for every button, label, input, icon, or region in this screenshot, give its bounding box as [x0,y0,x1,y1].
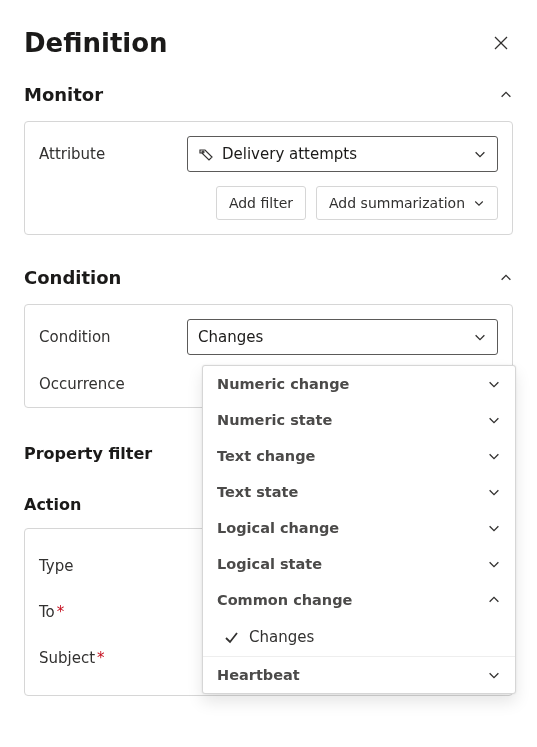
required-asterisk: * [57,603,65,621]
add-filter-button[interactable]: Add filter [216,186,306,220]
dropdown-group[interactable]: Common change [203,582,515,618]
chevron-down-icon [487,485,501,499]
chevron-down-icon [473,147,487,161]
attribute-value: Delivery attempts [222,145,357,163]
chevron-up-icon [499,271,513,285]
check-icon [223,629,239,645]
condition-heading: Condition [24,267,121,288]
dropdown-group[interactable]: Logical change [203,510,515,546]
condition-section-header[interactable]: Condition [0,257,537,304]
dropdown-item[interactable]: Changes [203,618,515,656]
add-summarization-label: Add summarization [329,195,465,211]
attribute-label: Attribute [39,145,187,163]
monitor-buttons: Add filter Add summarization [39,186,498,220]
chevron-down-icon [473,197,485,209]
panel-title: Definition [24,28,168,58]
chevron-down-icon [487,521,501,535]
condition-row: Condition Changes [39,319,498,355]
add-filter-label: Add filter [229,195,293,211]
panel-header: Definition [0,0,537,74]
svg-point-2 [202,151,204,153]
monitor-section-body: Attribute Delivery attempts Add filter A… [24,121,513,235]
dropdown-group[interactable]: Numeric state [203,402,515,438]
property-filter-heading: Property filter [24,444,152,463]
attribute-select[interactable]: Delivery attempts [187,136,498,172]
action-heading: Action [24,495,81,514]
attribute-row: Attribute Delivery attempts [39,136,498,172]
dropdown-group[interactable]: Text change [203,438,515,474]
close-icon [493,35,509,51]
chevron-down-icon [473,330,487,344]
condition-dropdown: Numeric changeNumeric stateText changeTe… [202,365,516,694]
monitor-heading: Monitor [24,84,103,105]
occurrence-label: Occurrence [39,375,187,393]
dropdown-group[interactable]: Text state [203,474,515,510]
chevron-up-icon [487,593,501,607]
required-asterisk: * [97,649,105,667]
chevron-down-icon [487,668,501,682]
dropdown-group[interactable]: Heartbeat [203,657,515,693]
dropdown-group[interactable]: Numeric change [203,366,515,402]
dropdown-group[interactable]: Logical state [203,546,515,582]
tag-icon [198,146,214,162]
chevron-down-icon [487,557,501,571]
condition-value: Changes [198,328,263,346]
chevron-down-icon [487,413,501,427]
chevron-down-icon [487,377,501,391]
condition-label: Condition [39,328,187,346]
condition-select[interactable]: Changes [187,319,498,355]
close-button[interactable] [489,31,513,55]
chevron-up-icon [499,88,513,102]
monitor-section-header[interactable]: Monitor [0,74,537,121]
chevron-down-icon [487,449,501,463]
add-summarization-button[interactable]: Add summarization [316,186,498,220]
